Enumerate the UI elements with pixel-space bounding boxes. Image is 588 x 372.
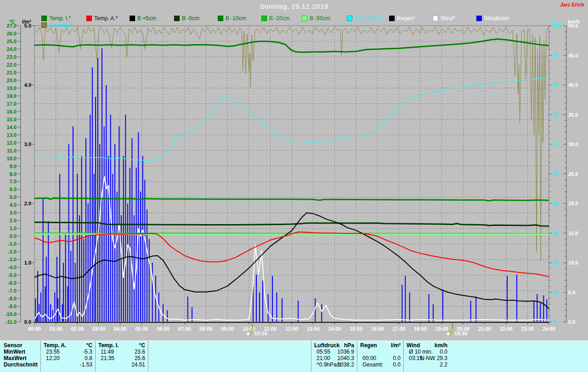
stat-value: 0.8 [40,355,92,361]
weather-chart-page: Sonntag, 29.12.2019 Jarz Erich °C l/m² %… [0,0,588,372]
svg-text:14.0: 14.0 [7,124,17,130]
x-tick-label: 13:00 [307,326,320,332]
stat-value: -5.3 [40,349,92,355]
svg-text:-7.0: -7.0 [8,288,17,293]
svg-text:10.0: 10.0 [7,156,17,161]
marker-dot-icon [247,333,249,335]
svg-text:15.0: 15.0 [568,231,578,236]
stat-row-label: MinWert [4,349,25,355]
x-tick-label: 14:00 [328,326,341,332]
svg-text:18.0: 18.0 [7,93,17,99]
x-tick-label: 12:00 [285,326,298,332]
svg-text:4.0: 4.0 [10,202,17,208]
marker-dot-icon [447,333,450,335]
marker-time-label: 10:10 [254,331,267,336]
stat-value: 1036.9 [311,349,354,355]
stat-value: 2.2 [403,362,447,368]
x-tick-label: 03:00 [92,326,105,332]
svg-text:5.0: 5.0 [10,194,17,200]
x-tick-label: 07:00 [178,326,191,332]
svg-text:1.0: 1.0 [10,225,17,231]
svg-text:-10.0: -10.0 [5,311,17,317]
stat-value: 1040.3 [311,355,354,361]
svg-text:20.0: 20.0 [568,201,578,206]
stat-row-label: Durchschnitt [4,362,38,368]
svg-text:-4.0: -4.0 [8,265,17,270]
svg-text:7.0: 7.0 [10,179,17,184]
stat-col-unit: °C [95,343,145,349]
x-tick-label: 05:00 [135,326,148,332]
marker-time-label: 19:30 [454,331,467,336]
svg-text:30.0: 30.0 [568,141,578,147]
svg-text:90: 90 [553,53,558,58]
svg-text:-2.0: -2.0 [8,249,17,254]
svg-text:27.0: 27.0 [7,23,17,28]
x-tick-label: 15:00 [350,326,362,332]
svg-text:25.0: 25.0 [7,39,17,44]
stat-col-unit: l/m² [357,343,401,349]
stat-col-unit: hPa [311,343,354,349]
stats-table: SensorMinWertMaxWertDurchschnittTemp. A.… [0,340,588,372]
x-tick-label: 16:00 [371,326,384,332]
svg-text:0.0: 0.0 [10,233,17,239]
svg-text:-5.0: -5.0 [8,272,17,278]
svg-text:20: 20 [553,260,558,265]
lightning-icon [449,328,453,336]
x-tick-label: 00:00 [28,326,41,332]
svg-text:6.0: 6.0 [10,186,17,192]
svg-text:17.0: 17.0 [7,101,17,107]
x-tick-label: 04:00 [114,326,127,332]
x-tick-label: 10:00 [243,326,255,332]
x-tick-label: 09:00 [221,326,234,332]
svg-text:12.0: 12.0 [7,140,17,146]
svg-text:19.0: 19.0 [7,85,17,91]
stat-value: N-NW 29.3 [403,355,447,361]
stat-value: 1038.2 [311,362,354,368]
stat-value: 0.0 [357,355,401,361]
stat-col-unit: km/h [403,343,447,349]
x-tick-label: 19:00 [435,326,448,332]
svg-text:10.0: 10.0 [568,260,578,265]
table-divider [148,341,149,372]
svg-text:5.0: 5.0 [568,290,575,295]
x-tick-label: 02:00 [71,326,84,332]
svg-text:70: 70 [553,112,558,118]
x-tick-label: 22:00 [500,326,513,332]
svg-text:21.0: 21.0 [7,70,17,75]
stat-row-label: Sensor [4,343,23,349]
svg-text:0.0: 0.0 [568,319,575,325]
svg-text:10: 10 [553,290,558,295]
svg-text:-6.0: -6.0 [8,280,17,286]
stat-value: -1.53 [40,362,92,368]
svg-text:13.0: 13.0 [7,132,17,138]
stat-value: 24.51 [95,362,145,368]
svg-text:23.0: 23.0 [7,54,17,60]
svg-text:16.0: 16.0 [7,109,17,114]
svg-text:3.0: 3.0 [10,210,17,215]
svg-text:9.0: 9.0 [10,163,17,169]
x-tick-label: 01:00 [50,326,62,332]
svg-text:40.0: 40.0 [568,82,578,88]
x-tick-label: 18:00 [414,326,427,332]
svg-text:60: 60 [553,141,558,147]
svg-text:40: 40 [553,201,558,206]
svg-text:25.0: 25.0 [568,171,578,177]
svg-text:35.0: 35.0 [568,112,578,118]
stat-value: 0.0 [357,362,401,368]
svg-text:3.0: 3.0 [24,141,31,147]
x-tick-label: 23:00 [521,326,534,332]
svg-text:2.0: 2.0 [10,218,17,223]
svg-text:0: 0 [553,319,555,325]
svg-text:15.0: 15.0 [7,117,17,122]
svg-text:0.0: 0.0 [24,319,31,325]
svg-text:1.0: 1.0 [24,260,31,265]
stat-value: 0.0 [403,349,447,355]
svg-text:50.0: 50.0 [568,23,578,28]
svg-text:-8.0: -8.0 [8,296,17,301]
svg-text:30: 30 [553,231,558,236]
plot-area: 27.026.025.024.023.022.021.020.019.018.0… [0,0,588,340]
svg-text:26.0: 26.0 [7,31,17,36]
svg-text:8.0: 8.0 [10,171,17,177]
x-tick-label: 08:00 [199,326,212,332]
svg-text:-11.0: -11.0 [6,319,17,325]
